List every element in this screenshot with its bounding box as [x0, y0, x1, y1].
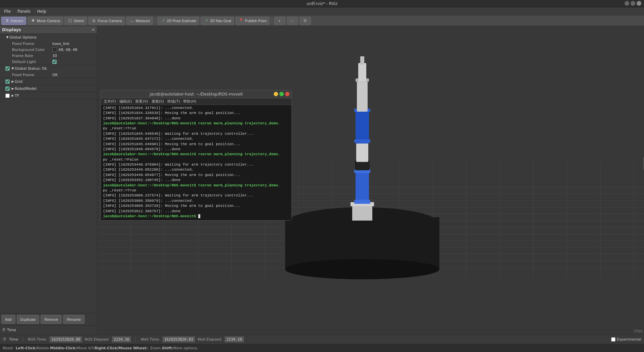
2d-pose-button[interactable]: ↗ 2D Pose Estimate: [157, 17, 199, 25]
expand-icon[interactable]: ▶: [11, 79, 15, 83]
move-camera-button[interactable]: ✥ Move Camera: [28, 17, 63, 25]
duplicate-button[interactable]: Duplicate: [17, 315, 40, 324]
focus-camera-icon: ◎: [91, 18, 97, 23]
expand-icon[interactable]: ▶: [11, 94, 15, 98]
measure-label: Measure: [136, 19, 150, 23]
2d-nav-button[interactable]: ↗ 2D Nav Goal: [201, 17, 234, 25]
maximize-button[interactable]: [631, 1, 635, 6]
grid-row[interactable]: ▶ Grid: [0, 78, 97, 85]
menubar: File Panels Help: [0, 7, 644, 15]
terminal-title: jacob@autolabor-host: ~/Desktop/ROS-move…: [150, 92, 243, 97]
ros-elapsed-value: 2234.16: [112, 337, 131, 342]
terminal-line-5: jacob@autolabor-host:~/Desktop/ROS-movei…: [103, 121, 289, 126]
tf-checkbox[interactable]: [5, 94, 10, 98]
rename-button[interactable]: Rename: [63, 315, 85, 324]
terminal-line-23: jacob@autolabor-host:~/Desktop/ROS-movei…: [103, 214, 289, 219]
measure-button[interactable]: — Measure: [126, 17, 153, 25]
toolbar-separator-2: [272, 17, 272, 24]
publish-point-icon: 📍: [238, 18, 244, 23]
select-icon: ▢: [67, 18, 73, 23]
menu-help[interactable]: Help: [36, 8, 48, 14]
add-button[interactable]: Add: [1, 315, 15, 324]
background-color-row[interactable]: Background Color 48; 48; 48: [0, 47, 97, 53]
ros-time-label: ROS Time:: [28, 337, 47, 342]
terminal-line-20: [INFO] [1629253809.350979]: ...connected…: [103, 198, 289, 203]
view-icon: ⊙: [303, 18, 308, 23]
term-menu-edit[interactable]: 编辑(E): [119, 99, 132, 104]
publish-point-button[interactable]: 📍 Publish Point: [235, 17, 269, 25]
robot-model-row[interactable]: ▶ RobotModel: [0, 85, 97, 92]
focus-camera-button[interactable]: ◎ Focus Camera: [88, 17, 125, 25]
wall-time-value: 1629253820.83: [163, 337, 195, 342]
terminal-line-13: [INFO] [1629253448.976904]: Waiting for …: [103, 162, 289, 167]
global-options-row[interactable]: ▼ Global Options: [0, 34, 97, 41]
terminal-line-2: [INFO] [1629251834.317911]: ...connected…: [103, 106, 289, 111]
frame-rate-row[interactable]: Frame Rate 30: [0, 53, 97, 59]
menu-file[interactable]: File: [3, 8, 12, 14]
terminal-close-button[interactable]: [285, 92, 289, 96]
expand-icon[interactable]: ▼: [5, 35, 9, 39]
tf-label: TF: [15, 94, 96, 98]
camera-view-button[interactable]: ⊙: [300, 17, 311, 25]
minimize-button[interactable]: [625, 1, 629, 6]
toolbar-separator-1: [155, 17, 155, 24]
default-light-row[interactable]: Default Light: [0, 59, 97, 65]
publish-point-label: Publish Point: [245, 19, 266, 23]
time-status-label: Time: [9, 337, 18, 342]
time-panel: ⏱ Time: [0, 325, 97, 335]
terminal-line-11: jacob@autolabor-host:~/Desktop/ROS-movei…: [103, 152, 289, 157]
viewport[interactable]: ▶ jacob@autolabor-host: ~/Desktop/ROS-mo…: [97, 26, 644, 335]
displays-tree: ▼ Global Options Fixed Frame base_link B…: [0, 34, 97, 313]
terminal-window[interactable]: jacob@autolabor-host: ~/Desktop/ROS-move…: [101, 90, 292, 221]
ros-elapsed-label: ROS Elapsed:: [85, 337, 109, 342]
svg-point-33: [285, 259, 439, 279]
hint-key-left: Left-Click:: [16, 346, 37, 350]
displays-title: Displays: [2, 27, 21, 32]
terminal-line-4: [INFO] [1629251837.364848]: ...done: [103, 116, 289, 121]
terminal-menubar: 文件(F) 编辑(E) 查看(V) 搜索(S) 终端(T) 帮助(H): [101, 98, 291, 105]
terminal-line-7: [INFO] [1629251845.546546]: Waiting for …: [103, 131, 289, 136]
fixed-frame-row[interactable]: Fixed Frame base_link: [0, 41, 97, 47]
background-color-swatch: [52, 47, 57, 52]
close-button[interactable]: [637, 1, 641, 6]
camera-minus-button[interactable]: −: [287, 17, 298, 25]
hint-text-middle: Move X/Y.: [77, 346, 94, 350]
remove-button[interactable]: Remove: [41, 315, 62, 324]
term-menu-help[interactable]: 帮助(H): [183, 99, 196, 104]
statusbar: ⏱ Time ROS Time: 1629253820.80 ROS Elaps…: [0, 335, 644, 344]
tf-section: ▶ TF: [0, 92, 97, 99]
fixed-frame-prop-label: Fixed Frame: [12, 42, 52, 46]
expand-icon[interactable]: ▶: [11, 86, 15, 91]
time-icon: ⏱: [2, 328, 6, 332]
select-button[interactable]: ▢ Select: [64, 17, 87, 25]
term-menu-search[interactable]: 搜索(S): [152, 99, 164, 104]
terminal-line-6: py _reset:=True: [103, 126, 289, 131]
focus-camera-label: Focus Camera: [98, 19, 122, 23]
terminal-line-19: [INFO] [1629253809.237574]: Waiting for …: [103, 193, 289, 198]
reset-button[interactable]: Reset: [3, 346, 13, 350]
global-status-checkbox[interactable]: [5, 66, 10, 71]
terminal-line-22: [INFO] [1629253812.368757]: ...done: [103, 209, 289, 214]
camera-plus-button[interactable]: +: [274, 17, 285, 25]
interact-button[interactable]: ⇅ Interact: [1, 17, 26, 25]
svg-rect-34: [352, 204, 372, 221]
menu-panels[interactable]: Panels: [16, 8, 32, 14]
experimental-checkbox[interactable]: [611, 337, 615, 342]
term-menu-view[interactable]: 查看(V): [135, 99, 148, 104]
terminal-cursor: [198, 214, 200, 218]
terminal-line-3: [INFO] [1629251834.320539]: Moving the a…: [103, 111, 289, 116]
grid-checkbox[interactable]: [5, 79, 10, 84]
expand-icon[interactable]: ▼: [11, 66, 15, 70]
tf-row[interactable]: ▶ TF: [0, 92, 97, 99]
term-menu-terminal[interactable]: 终端(T): [167, 99, 180, 104]
global-status-row[interactable]: ▼ Global Status: Ok: [0, 65, 97, 72]
terminal-maximize-button[interactable]: [279, 92, 284, 96]
term-menu-file[interactable]: 文件(F): [104, 99, 116, 104]
terminal-titlebar: jacob@autolabor-host: ~/Desktop/ROS-move…: [101, 90, 291, 98]
terminal-body[interactable]: py _reset:=False[INFO] [1629251834.20712…: [101, 105, 291, 220]
svg-rect-38: [354, 200, 370, 204]
default-light-checkbox[interactable]: [52, 60, 57, 64]
terminal-minimize-button[interactable]: [274, 92, 278, 96]
robot-model-checkbox[interactable]: [5, 86, 10, 91]
displays-close-icon[interactable]: ✕: [92, 27, 95, 32]
